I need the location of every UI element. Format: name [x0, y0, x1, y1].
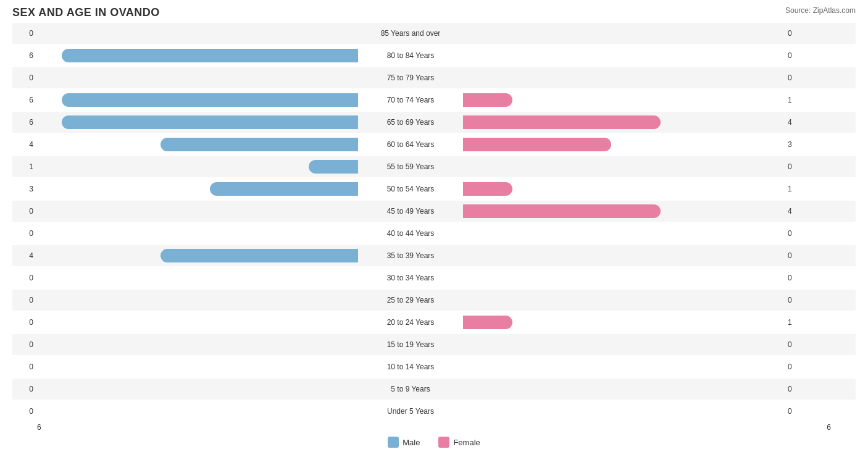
left-bar-container: [37, 382, 358, 396]
left-value: 3: [12, 185, 37, 193]
right-value: 0: [784, 229, 809, 238]
right-bar-container: [463, 138, 784, 151]
age-label: 20 to 24 Years: [358, 318, 463, 327]
bar-row: 0 85 Years and over 0: [12, 23, 856, 44]
age-label: 60 to 64 Years: [358, 140, 463, 149]
left-bar-container: [37, 93, 358, 107]
right-bar-container: [463, 316, 784, 329]
female-bar: [463, 182, 512, 196]
bars-area: 0 85 Years and over 0 6 80 to 84 Years 0…: [12, 23, 856, 422]
right-value: 0: [784, 296, 809, 304]
age-label: 75 to 79 Years: [358, 73, 463, 82]
left-bar-container: [37, 71, 358, 85]
left-value: 0: [12, 363, 37, 371]
left-value: 0: [12, 29, 37, 38]
male-bar: [62, 93, 358, 107]
age-label: 80 to 84 Years: [358, 51, 463, 60]
right-value: 1: [784, 185, 809, 193]
chart-title: SEX AND AGE IN OVANDO: [12, 6, 856, 19]
right-bar-container: [463, 293, 784, 307]
left-value: 0: [12, 229, 37, 238]
left-value: 0: [12, 340, 37, 349]
right-bar-container: [463, 360, 784, 374]
bar-row: 0 15 to 19 Years 0: [12, 334, 856, 355]
left-bar-container: [37, 293, 358, 307]
bar-row: 6 80 to 84 Years 0: [12, 45, 856, 66]
female-bar: [463, 115, 661, 129]
male-bar: [161, 249, 358, 262]
right-bar-container: [463, 27, 784, 40]
right-value: 0: [784, 73, 809, 82]
bar-row: 6 65 to 69 Years 4: [12, 112, 856, 133]
right-value: 0: [784, 274, 809, 282]
bar-row: 0 30 to 34 Years 0: [12, 267, 856, 288]
left-bar-container: [37, 27, 358, 40]
left-value: 0: [12, 385, 37, 393]
bar-row: 0 75 to 79 Years 0: [12, 67, 856, 88]
right-bar-container: [463, 160, 784, 174]
legend: Male Female: [12, 437, 856, 448]
right-bar-container: [463, 182, 784, 196]
right-axis-label: 6: [827, 423, 831, 432]
female-bar: [463, 93, 512, 107]
age-label: 10 to 14 Years: [358, 363, 463, 371]
right-bar-container: [463, 93, 784, 107]
left-bar-container: [37, 227, 358, 240]
right-value: 0: [784, 51, 809, 60]
right-value: 0: [784, 385, 809, 393]
male-label: Male: [403, 438, 420, 447]
bar-row: 0 25 to 29 Years 0: [12, 290, 856, 311]
right-bar-container: [463, 338, 784, 351]
left-bar-container: [37, 338, 358, 351]
female-bar: [463, 316, 512, 329]
right-value: 0: [784, 162, 809, 171]
age-label: 50 to 54 Years: [358, 185, 463, 193]
bar-row: 4 60 to 64 Years 3: [12, 134, 856, 155]
age-label: 30 to 34 Years: [358, 274, 463, 282]
left-value: 4: [12, 251, 37, 260]
bar-row: 0 10 to 14 Years 0: [12, 356, 856, 377]
right-value: 0: [784, 29, 809, 38]
bar-row: 0 20 to 24 Years 1: [12, 312, 856, 333]
legend-female: Female: [438, 437, 480, 448]
bar-row: 3 50 to 54 Years 1: [12, 178, 856, 199]
age-label: Under 5 Years: [358, 407, 463, 416]
right-value: 4: [784, 118, 809, 127]
right-value: 0: [784, 251, 809, 260]
left-bar-container: [37, 405, 358, 418]
right-bar-container: [463, 249, 784, 262]
left-bar-container: [37, 271, 358, 285]
male-bar: [62, 49, 358, 62]
male-bar: [62, 115, 358, 129]
female-label: Female: [453, 438, 480, 447]
age-label: 45 to 49 Years: [358, 207, 463, 216]
right-bar-container: [463, 49, 784, 62]
bar-row: 0 40 to 44 Years 0: [12, 223, 856, 244]
female-bar: [463, 204, 661, 218]
female-bar: [463, 138, 611, 151]
age-label: 15 to 19 Years: [358, 340, 463, 349]
left-bar-container: [37, 138, 358, 151]
source-text: Source: ZipAtlas.com: [785, 6, 856, 15]
right-value: 1: [784, 318, 809, 327]
right-bar-container: [463, 204, 784, 218]
age-label: 55 to 59 Years: [358, 162, 463, 171]
left-bar-container: [37, 249, 358, 262]
bar-row: 0 Under 5 Years 0: [12, 401, 856, 422]
left-value: 0: [12, 296, 37, 304]
age-label: 65 to 69 Years: [358, 118, 463, 127]
left-value: 6: [12, 96, 37, 104]
right-bar-container: [463, 271, 784, 285]
left-bar-container: [37, 160, 358, 174]
left-axis-label: 6: [37, 423, 41, 432]
age-label: 40 to 44 Years: [358, 229, 463, 238]
left-value: 0: [12, 318, 37, 327]
female-swatch: [438, 437, 449, 448]
right-value: 3: [784, 140, 809, 149]
right-bar-container: [463, 405, 784, 418]
legend-male: Male: [388, 437, 420, 448]
right-value: 4: [784, 207, 809, 216]
male-bar: [161, 138, 358, 151]
left-value: 0: [12, 73, 37, 82]
left-bar-container: [37, 316, 358, 329]
